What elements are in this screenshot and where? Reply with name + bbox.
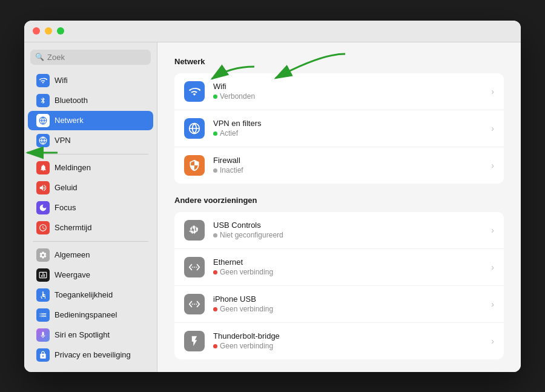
- usb-card-info: USB Controls Niet geconfigureerd: [213, 221, 483, 239]
- sidebar-item-focus-label: Focus: [54, 203, 76, 212]
- sidebar-item-bedieningspaneel-label: Bedieningspaneel: [54, 310, 117, 319]
- usb-card-icon: [184, 220, 205, 241]
- geluid-icon: [36, 181, 50, 194]
- sidebar-item-privacy[interactable]: Privacy en beveiliging: [28, 345, 153, 365]
- firewall-card-icon: [184, 155, 205, 176]
- algemeen-icon: [36, 248, 50, 262]
- wifi-card-status: Verbonden: [213, 92, 483, 101]
- sidebar-item-toegankelijkheid[interactable]: Toegankelijkheid: [28, 285, 153, 305]
- wifi-icon: [36, 74, 50, 87]
- card-item-thunderbolt[interactable]: Thunderbolt-bridge Geen verbinding ›: [174, 323, 504, 359]
- ethernet-status-dot: [213, 270, 217, 274]
- network-card-list: Wifi Verbonden ›: [174, 73, 504, 184]
- card-item-wifi[interactable]: Wifi Verbonden ›: [174, 73, 504, 110]
- vpn-card-info: VPN en filters Actief: [213, 119, 483, 138]
- iphone-card-name: iPhone USB: [213, 294, 483, 304]
- sidebar-item-schermtijd[interactable]: Schermtijd: [28, 218, 153, 238]
- titlebar: [24, 21, 521, 42]
- sidebar-item-meldingen-label: Meldingen: [54, 163, 91, 172]
- ethernet-status-text: Geen verbinding: [220, 268, 273, 276]
- sidebar-item-siri[interactable]: Siri en Spotlight: [28, 325, 153, 345]
- sidebar-item-weergave[interactable]: Weergave: [28, 265, 153, 285]
- thunderbolt-card-status: Geen verbinding: [213, 342, 483, 350]
- svg-point-2: [42, 291, 44, 293]
- thunderbolt-card-icon: [184, 331, 205, 351]
- search-box[interactable]: 🔍: [30, 50, 151, 65]
- card-item-firewall[interactable]: Firewall Inactief ›: [174, 147, 504, 184]
- vpn-status-text: Actief: [220, 129, 238, 138]
- thunderbolt-card-name: Thunderbolt-bridge: [213, 331, 483, 341]
- sidebar-item-bedieningspaneel[interactable]: Bedieningspaneel: [28, 305, 153, 325]
- bluetooth-icon: [36, 94, 50, 107]
- vpn-chevron: ›: [491, 124, 494, 133]
- iphone-status-text: Geen verbinding: [220, 305, 273, 313]
- thunderbolt-status-text: Geen verbinding: [220, 342, 273, 350]
- toegankelijkheid-icon: [36, 288, 50, 302]
- divider-1: [33, 154, 148, 154]
- sidebar-item-algemeen[interactable]: Algemeen: [28, 245, 153, 265]
- sidebar-item-vpn-label: VPN: [54, 136, 71, 145]
- card-item-vpn[interactable]: VPN en filters Actief ›: [174, 110, 504, 147]
- sidebar-item-wifi[interactable]: Wifi: [28, 71, 153, 90]
- card-item-iphone[interactable]: iPhone USB Geen verbinding ›: [174, 286, 504, 323]
- search-input[interactable]: [47, 53, 146, 62]
- network-section-title: Netwerk: [174, 57, 504, 66]
- focus-icon: [36, 201, 50, 214]
- firewall-chevron: ›: [491, 161, 494, 170]
- netwerk-icon: [36, 114, 50, 127]
- iphone-status-dot: [213, 307, 217, 311]
- vpn-card-icon: [184, 118, 205, 139]
- minimize-button[interactable]: [45, 27, 52, 35]
- thunderbolt-status-dot: [213, 344, 217, 348]
- usb-status-dot: [213, 233, 217, 238]
- sidebar-item-netwerk-label: Netwerk: [54, 116, 84, 125]
- sidebar-item-netwerk[interactable]: Netwerk: [28, 111, 153, 130]
- ethernet-card-name: Ethernet: [213, 257, 483, 267]
- ethernet-chevron: ›: [491, 262, 494, 272]
- iphone-card-info: iPhone USB Geen verbinding: [213, 294, 483, 313]
- sidebar-group-3: Algemeen Weergave: [24, 245, 157, 365]
- ethernet-card-info: Ethernet Geen verbinding: [213, 257, 483, 276]
- maximize-button[interactable]: [57, 27, 64, 35]
- sidebar-item-vpn[interactable]: VPN: [28, 131, 153, 150]
- vpn-status-dot: [213, 131, 217, 136]
- usb-card-status: Niet geconfigureerd: [213, 231, 483, 239]
- wifi-status-text: Verbonden: [220, 92, 255, 101]
- sidebar-item-geluid[interactable]: Geluid: [28, 178, 153, 198]
- wifi-status-dot: [213, 95, 217, 99]
- sidebar-group-2: Meldingen Geluid F: [24, 158, 157, 238]
- thunderbolt-chevron: ›: [491, 336, 494, 346]
- sidebar-item-wifi-label: Wifi: [54, 76, 68, 85]
- close-button[interactable]: [33, 27, 40, 35]
- sidebar-item-bluetooth-label: Bluetooth: [54, 96, 88, 105]
- wifi-card-icon: [184, 81, 205, 102]
- schermtijd-icon: [36, 221, 50, 234]
- sidebar-item-meldingen[interactable]: Meldingen: [28, 158, 153, 178]
- sidebar-item-focus[interactable]: Focus: [28, 198, 153, 218]
- privacy-icon: [36, 348, 50, 362]
- wifi-card-info: Wifi Verbonden: [213, 82, 483, 101]
- vpn-card-name: VPN en filters: [213, 119, 483, 128]
- ethernet-card-status: Geen verbinding: [213, 268, 483, 276]
- sidebar-item-algemeen-label: Algemeen: [54, 250, 90, 259]
- firewall-card-name: Firewall: [213, 156, 483, 165]
- usb-status-text: Niet geconfigureerd: [220, 231, 283, 239]
- firewall-status-text: Inactief: [220, 166, 243, 174]
- usb-chevron: ›: [491, 225, 494, 235]
- firewall-card-info: Firewall Inactief: [213, 156, 483, 174]
- usb-card-name: USB Controls: [213, 221, 483, 230]
- sidebar-item-privacy-label: Privacy en beveiliging: [54, 350, 131, 359]
- sidebar-item-weergave-label: Weergave: [54, 270, 90, 279]
- card-item-usb[interactable]: USB Controls Niet geconfigureerd ›: [174, 212, 504, 249]
- other-card-list: USB Controls Niet geconfigureerd ›: [174, 212, 504, 359]
- search-icon: 🔍: [35, 53, 44, 61]
- sidebar-item-geluid-label: Geluid: [54, 183, 78, 192]
- sidebar-group-network: Wifi Bluetooth: [24, 71, 157, 150]
- card-item-ethernet[interactable]: Ethernet Geen verbinding ›: [174, 249, 504, 286]
- sidebar-item-bluetooth[interactable]: Bluetooth: [28, 91, 153, 110]
- content-area: 🔍 Wifi: [24, 42, 521, 372]
- sidebar-item-siri-label: Siri en Spotlight: [54, 330, 110, 339]
- vpn-card-status: Actief: [213, 129, 483, 138]
- meldingen-icon: [36, 161, 50, 174]
- siri-icon: [36, 328, 50, 342]
